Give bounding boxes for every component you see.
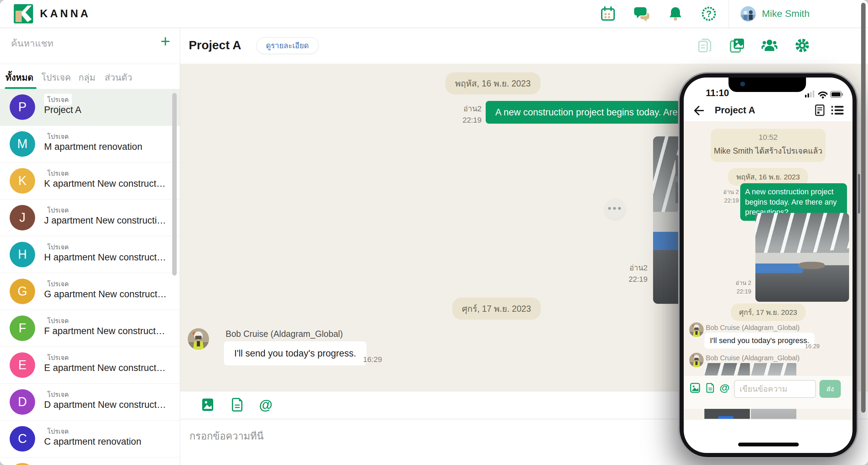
calendar-icon[interactable] <box>600 6 616 22</box>
tab-group[interactable]: กลุ่ม <box>79 70 95 84</box>
phone-composer-toolbar: @ ส่ง <box>684 375 852 409</box>
view-details-button[interactable]: ดูรายละเอียด <box>256 37 319 54</box>
list-item[interactable]: F โปรเจค F apartment New construct… <box>0 310 180 347</box>
chat-icon[interactable] <box>634 6 650 22</box>
message-input[interactable] <box>189 430 603 442</box>
item-name: G apartment New construct… <box>44 289 167 300</box>
sender-avatar[interactable] <box>689 353 704 367</box>
avatar-initial: G <box>18 284 27 299</box>
avatar: H <box>10 242 35 267</box>
item-name: J apartment New constructi… <box>44 215 166 226</box>
list-item-project-a[interactable]: P โปรเจค Project A <box>0 89 180 126</box>
page-scrollbar[interactable] <box>861 3 866 413</box>
svg-text:?: ? <box>706 9 712 19</box>
sidebar: + ทั้งหมด โปรเจค กลุ่ม ส่วนตัว P โปรเจค … <box>0 28 180 465</box>
incoming-message-bubble: I'll send you today's progress. <box>704 333 815 349</box>
avatar-initial: J <box>19 210 25 225</box>
phone-status-icons <box>805 90 844 100</box>
phone-volume-up-button <box>675 155 678 176</box>
phone-screen: 11:10 <box>684 78 852 453</box>
settings-icon[interactable] <box>794 38 810 53</box>
top-header: KANNA ? <box>0 0 868 28</box>
sidebar-scrollbar[interactable] <box>172 93 177 276</box>
item-tag: โปรเจค <box>44 167 72 179</box>
user-name[interactable]: Mike Smith <box>762 8 809 19</box>
system-message: 10:52 Mike Smith ได้สร้างโปรเจคแล้ว <box>711 129 826 162</box>
photo-message[interactable] <box>755 213 849 302</box>
message-time: 16:29 <box>805 343 820 350</box>
chat-title: Project A <box>189 38 241 52</box>
message-meta: อ่าน2 22:19 <box>617 262 648 285</box>
phone-list-icon[interactable] <box>830 104 844 118</box>
tab-project[interactable]: โปรเจค <box>41 70 71 84</box>
message-meta: อ่าน2 22:19 <box>442 103 482 126</box>
avatar-initial: E <box>18 358 27 372</box>
date-chip: ศุกร์, 17 พ.ย. 2023 <box>731 303 806 321</box>
app-window: KANNA ? <box>0 0 868 465</box>
system-message-time: 10:52 <box>711 133 826 142</box>
list-item[interactable]: C โปรเจค C apartment renovation <box>0 421 180 457</box>
document-icon[interactable] <box>705 383 715 393</box>
help-icon[interactable]: ? <box>701 6 717 22</box>
send-button[interactable]: ส่ง <box>819 380 841 398</box>
avatar: J <box>10 205 35 230</box>
user-avatar[interactable] <box>741 6 756 21</box>
images-icon[interactable] <box>729 38 745 53</box>
brand-name: KANNA <box>40 8 91 20</box>
chat-header: Project A ดูรายละเอียด <box>180 28 868 64</box>
tab-all[interactable]: ทั้งหมด <box>6 70 33 84</box>
date-chip: พฤหัส, 16 พ.ย. 2023 <box>445 72 540 94</box>
phone-message-input[interactable] <box>734 380 816 398</box>
avatar-initial: F <box>19 321 26 335</box>
avatar <box>10 463 35 465</box>
avatar-initial: H <box>18 247 27 262</box>
read-count: อ่าน 2 <box>735 280 751 286</box>
mention-icon[interactable]: @ <box>259 397 273 412</box>
item-tag: โปรเจค <box>44 278 72 290</box>
phone-home-indicator <box>738 443 799 446</box>
mention-icon[interactable]: @ <box>720 383 730 393</box>
avatar: G <box>10 279 35 304</box>
add-chat-button[interactable]: + <box>161 33 170 50</box>
sender-avatar[interactable] <box>689 322 704 337</box>
header-divider <box>728 0 729 28</box>
document-icon[interactable] <box>230 397 245 412</box>
list-item[interactable]: D โปรเจค D apartment New construct… <box>0 384 180 421</box>
avatar: F <box>10 316 35 341</box>
item-tag: โปรเจค <box>44 94 72 105</box>
image-icon[interactable] <box>200 397 215 412</box>
sender-avatar[interactable] <box>188 328 209 350</box>
item-name: M apartment renovation <box>44 142 142 152</box>
item-tag: โปรเจค <box>44 425 72 437</box>
read-count: อ่าน2 <box>629 264 648 272</box>
list-item[interactable]: J โปรเจค J apartment New constructi… <box>0 199 180 236</box>
item-name: D apartment New construct… <box>44 400 166 410</box>
item-name: K apartment New construct… <box>44 178 166 189</box>
search-input[interactable] <box>10 38 146 49</box>
message-time: 22:19 <box>724 197 739 204</box>
more-button[interactable]: ••• <box>605 199 625 219</box>
tab-personal[interactable]: ส่วนตัว <box>105 70 132 84</box>
list-item[interactable]: K โปรเจค K apartment New construct… <box>0 163 180 199</box>
kanna-logo-icon[interactable] <box>14 4 33 23</box>
item-tag: โปรเจค <box>44 131 72 142</box>
list-item[interactable]: M โปรเจค M apartment renovation <box>0 126 180 163</box>
avatar-initial: P <box>18 100 27 114</box>
chat-list: P โปรเจค Project A M โปรเจค M apartment … <box>0 89 180 465</box>
list-item[interactable]: G โปรเจค G apartment New construct… <box>0 273 180 310</box>
phone-document-icon[interactable] <box>814 104 826 118</box>
back-icon[interactable] <box>692 104 704 118</box>
list-item[interactable]: E โปรเจค E apartment New construct… <box>0 347 180 384</box>
list-item[interactable] <box>0 457 180 465</box>
sender-name: Bob Cruise (Aldagram_Global) <box>226 329 343 339</box>
bell-icon[interactable] <box>668 6 683 22</box>
list-item[interactable]: H โปรเจค H apartment New construct… <box>0 236 180 273</box>
item-name: H apartment New construct… <box>44 252 166 263</box>
documents-icon[interactable] <box>697 38 713 53</box>
avatar: P <box>10 94 35 120</box>
image-icon[interactable] <box>690 383 700 393</box>
phone-mockup: 11:10 <box>678 72 858 458</box>
sender-name: Bob Cruise (Aldagram_Global) <box>706 324 799 332</box>
members-icon[interactable] <box>762 38 777 53</box>
date-chip: ศุกร์, 17 พ.ย. 2023 <box>452 298 541 320</box>
